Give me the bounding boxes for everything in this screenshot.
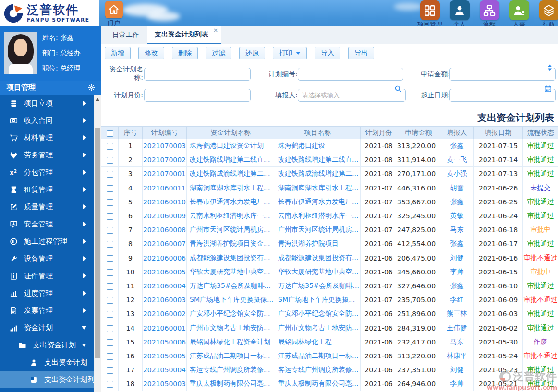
row-checkbox[interactable] xyxy=(107,311,113,318)
sidebar-item-发票管理[interactable]: 发票管理 xyxy=(0,302,94,319)
打印-button[interactable]: 打印 xyxy=(273,47,307,59)
cell-project-name[interactable]: SM广场地下车库更换摄... xyxy=(275,293,361,307)
sidebar-item-安全管理[interactable]: 安全管理 xyxy=(0,215,94,233)
cell-project-name[interactable]: 晟铭园林绿化工程 xyxy=(275,335,361,349)
row-checkbox[interactable] xyxy=(107,269,113,276)
daterange-input[interactable] xyxy=(449,89,556,102)
cell-plan-no[interactable]: 2021060011 xyxy=(143,181,187,195)
cell-plan-no[interactable]: 2021050004 xyxy=(143,363,187,377)
cell-project-name[interactable]: 改建铁路成渝线增建第二... xyxy=(275,167,361,181)
cell-reporter[interactable]: 李帅 xyxy=(440,377,474,391)
cell-project-name[interactable]: 青海洪湖养护院项目 xyxy=(275,237,361,251)
cell-plan-name[interactable]: 江苏成品油二期项目一标... xyxy=(187,349,275,363)
cell-project-name[interactable]: 珠海鹤港口建设 xyxy=(275,139,361,153)
cell-plan-no[interactable]: 2021070001 xyxy=(143,167,187,181)
cell-project-name[interactable]: 广州市天河区统计局机房... xyxy=(275,223,361,237)
cell-reporter[interactable]: 黄敏 xyxy=(440,209,474,223)
还原-button[interactable]: 还原 xyxy=(239,47,265,59)
sidebar-item-支出资金计划[interactable]: 支出资金计划 xyxy=(0,336,94,354)
cell-plan-no[interactable]: 2021070003 xyxy=(143,139,187,153)
删除-button[interactable]: 删除 xyxy=(172,47,198,59)
scrollbar-thumb[interactable] xyxy=(95,128,100,358)
sidebar-item-进度管理[interactable]: 进度管理 xyxy=(0,285,94,302)
cell-reporter[interactable]: 李红 xyxy=(440,293,474,307)
tab-支出资金计划列表[interactable]: 支出资金计划列表× xyxy=(147,26,221,44)
row-checkbox[interactable] xyxy=(107,367,113,374)
cell-reporter[interactable]: 熊三林 xyxy=(440,307,474,321)
header-nav-item[interactable]: 个人 xyxy=(445,0,474,26)
cell-reporter[interactable]: 张鑫 xyxy=(440,195,474,209)
cell-plan-name[interactable]: 广州市文物考古工地安防... xyxy=(187,321,275,335)
cell-reporter[interactable]: 张鑫 xyxy=(440,237,474,251)
cell-project-name[interactable]: 华软大厦研究基地中央空... xyxy=(275,265,361,279)
row-checkbox[interactable] xyxy=(107,283,113,290)
cell-plan-no[interactable]: 2021060003 xyxy=(143,293,187,307)
cell-plan-no[interactable]: 2021060001 xyxy=(143,321,187,335)
cell-reporter[interactable]: 刘健 xyxy=(440,363,474,377)
cell-plan-no[interactable]: 2021060006 xyxy=(143,251,187,265)
row-checkbox[interactable] xyxy=(107,381,113,388)
sidebar-item-支出资金计划[interactable]: 支出资金计划 xyxy=(0,354,94,371)
row-checkbox[interactable] xyxy=(107,339,113,346)
cell-project-name[interactable]: 湖南洞庭湖水库引水工程... xyxy=(275,181,361,195)
cell-project-name[interactable]: 客运专线广州调度所装修... xyxy=(275,363,361,377)
cell-plan-no[interactable]: 2021050006 xyxy=(143,335,187,349)
gear-icon[interactable] xyxy=(88,84,95,91)
cell-project-name[interactable]: 江苏成品油二期项目一标... xyxy=(275,349,361,363)
sidebar-item-设备管理[interactable]: 设备管理 xyxy=(0,250,94,267)
cell-plan-no[interactable]: 2021070002 xyxy=(143,153,187,167)
cell-project-name[interactable]: 云南水利枢纽潜明水库一... xyxy=(275,209,361,223)
cell-plan-name[interactable]: 成都能源建设集团投资有... xyxy=(187,251,275,265)
row-checkbox[interactable] xyxy=(107,213,113,220)
cell-plan-no[interactable]: 2021060002 xyxy=(143,307,187,321)
sidebar-item-收入合同[interactable]: 收入合同 xyxy=(0,112,94,129)
cell-plan-name[interactable]: 华软大厦研究基地中央空... xyxy=(187,265,275,279)
month-input[interactable] xyxy=(144,89,251,102)
修改-button[interactable]: 修改 xyxy=(138,47,164,59)
cell-reporter[interactable]: 张鑫 xyxy=(440,279,474,293)
sidebar-item-租赁管理[interactable]: 租赁管理 xyxy=(0,181,94,198)
导入-button[interactable]: 导入 xyxy=(315,47,340,59)
cell-reporter[interactable]: 林康平 xyxy=(440,349,474,363)
sidebar-item-项目立项[interactable]: 项目立项 xyxy=(0,95,94,112)
header-nav-item[interactable]: 人事 xyxy=(504,0,534,26)
cell-plan-name[interactable]: 客运专线广州调度所装修... xyxy=(187,363,275,377)
amount-input[interactable] xyxy=(449,68,556,81)
cell-plan-name[interactable]: 云南水利枢纽潜明水库一... xyxy=(187,209,275,223)
cell-plan-name[interactable]: 改建铁路成渝线增建第二... xyxy=(187,167,275,181)
cell-plan-no[interactable]: 2021060008 xyxy=(143,223,187,237)
row-checkbox[interactable] xyxy=(107,157,113,164)
cell-plan-no[interactable]: 2021050003 xyxy=(143,377,187,391)
scroll-up-button[interactable] xyxy=(94,95,101,104)
cell-plan-no[interactable]: 2021060009 xyxy=(143,209,187,223)
reporter-input[interactable] xyxy=(298,89,406,102)
header-nav-item[interactable]: 项目管理 xyxy=(415,0,445,26)
cell-plan-name[interactable]: 湖南洞庭湖水库引水工程... xyxy=(187,181,275,195)
select-all-checkbox[interactable] xyxy=(107,130,113,137)
导出-button[interactable]: 导出 xyxy=(348,47,374,59)
cell-project-name[interactable]: 广州市文物考古工地安防... xyxy=(275,321,361,335)
plan-no-input[interactable] xyxy=(298,68,403,81)
amount-stepper[interactable] xyxy=(548,65,552,71)
sidebar-item-施工过程管理[interactable]: 施工过程管理 xyxy=(0,233,94,250)
cell-plan-name[interactable]: 重庆太极制药有限公司亳... xyxy=(187,377,275,391)
cell-plan-no[interactable]: 2021060010 xyxy=(143,195,187,209)
cell-plan-no[interactable]: 2021060004 xyxy=(143,279,187,293)
sidebar-item-质量管理[interactable]: 质量管理 xyxy=(0,198,94,215)
sidebar-item-劳务管理[interactable]: 劳务管理 xyxy=(0,146,94,164)
row-checkbox[interactable] xyxy=(107,241,113,248)
sidebar-item-资金计划[interactable]: 资金计划 xyxy=(0,319,94,336)
tab-日常工作[interactable]: 日常工作 xyxy=(105,26,147,44)
sidebar-item-分包管理[interactable]: x2分包管理 xyxy=(0,164,94,181)
cell-project-name[interactable]: 长春市伊通河水力发电厂... xyxy=(275,195,361,209)
cell-project-name[interactable]: 重庆太极制药有限公司亳... xyxy=(275,377,361,391)
cell-reporter[interactable]: 刘健 xyxy=(440,251,474,265)
row-checkbox[interactable] xyxy=(107,325,113,332)
新增-button[interactable]: 新增 xyxy=(105,47,131,59)
cell-reporter[interactable]: 张鑫 xyxy=(440,139,474,153)
sidebar-item-支出资金计划列表[interactable]: 支出资金计划列表 xyxy=(0,371,94,388)
portal-button[interactable]: 门户 xyxy=(103,1,124,26)
row-checkbox[interactable] xyxy=(107,353,113,360)
cell-project-name[interactable]: 广安邓小平纪念馆安全防... xyxy=(275,307,361,321)
row-checkbox[interactable] xyxy=(107,185,113,192)
